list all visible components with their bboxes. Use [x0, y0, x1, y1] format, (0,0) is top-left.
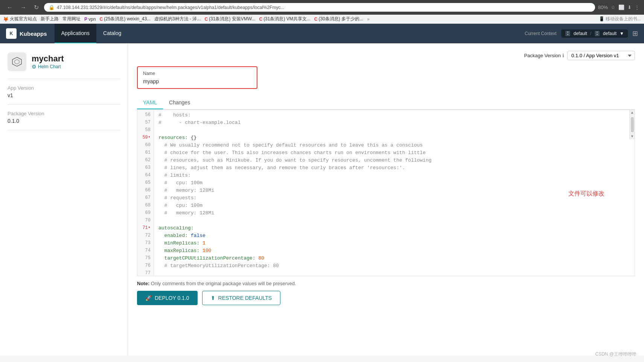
bookmark-6[interactable]: C (31条消息) 安装VMW... [204, 16, 255, 22]
line-num-70: 70 [137, 217, 154, 225]
back-button[interactable]: ← [5, 3, 15, 12]
app-name: mychart [32, 54, 64, 64]
forward-button[interactable]: → [18, 3, 29, 12]
context-values: 🗄️ default / 🗄️ default ▼ [561, 29, 628, 38]
footer-watermark: CSDN @王哗哗哗哗 [595, 351, 636, 356]
yaml-line-66: # memory: 128Mi [158, 187, 629, 194]
line-num-63: 63 [137, 164, 154, 172]
yaml-line-72: enabled: false [158, 232, 629, 240]
extension-icon[interactable]: ⬜ [618, 5, 624, 10]
sidebar: mychart ⚙ Helm Chart App Version v1 Pack… [0, 43, 128, 356]
line-num-67: 67 [137, 194, 154, 202]
line-num-72: 72 [137, 232, 154, 240]
yaml-line-58 [158, 127, 629, 134]
app-title-area: mychart ⚙ Helm Chart [32, 54, 64, 70]
content-area: Package Version ℹ 0.1.0 / App Version v1… [128, 43, 644, 356]
name-input[interactable] [143, 78, 251, 84]
app-icon [8, 52, 26, 71]
svg-marker-0 [12, 57, 21, 66]
note-text: Only comments from the original package … [151, 281, 296, 286]
logo-text: Kubeapps [20, 31, 47, 37]
yaml-line-71: autoscaling: [158, 225, 629, 232]
yaml-line-56: # hosts: [158, 112, 629, 119]
nav-tab-catalog[interactable]: Catalog [96, 24, 128, 43]
scroll-handle[interactable] [631, 117, 634, 132]
reload-button[interactable]: ↻ [32, 3, 41, 12]
bookmark-7[interactable]: C (31条消息) VM共享文... [259, 16, 310, 22]
yaml-line-59: resources: {} [158, 134, 629, 142]
bookmark-8[interactable]: C (30条消息) 多于少的... [314, 16, 363, 22]
yaml-line-69: # memory: 128Mi [158, 209, 629, 217]
note-label: Note: [137, 281, 149, 286]
kubeapps-logo: K [6, 28, 17, 39]
package-version-label: Package Version [8, 111, 120, 116]
bookmark-5[interactable]: 虚拟机的3种方法 - 淖... [154, 16, 201, 22]
context-area: Current Context 🗄️ default / 🗄️ default … [525, 29, 638, 38]
yaml-lines: # hosts:# - chart-example.local resource… [154, 110, 629, 276]
deploy-button[interactable]: 🚀 DEPLOY 0.1.0 [137, 291, 198, 305]
bookmarks-bar: 🦊 火狐官方站点 新手上路 常用网址 P vpn C (25条消息) weixi… [0, 15, 644, 24]
deploy-label: DEPLOY 0.1.0 [155, 295, 189, 301]
scroll-down-arrow[interactable]: ▼ [630, 134, 634, 139]
yaml-line-64: # limits: [158, 172, 629, 179]
yaml-line-74: maxReplicas: 100 [158, 247, 629, 255]
yaml-line-75: targetCPUUtilizationPercentage: 80 [158, 255, 629, 262]
tab-yaml[interactable]: YAML [137, 96, 163, 109]
bookmark-0[interactable]: 🦊 火狐官方站点 [3, 16, 37, 22]
line-num-71: 71• [137, 225, 154, 232]
context-icon2: 🗄️ [594, 31, 600, 36]
info-icon: ℹ [562, 53, 564, 58]
nav-tab-applications[interactable]: Applications [55, 24, 97, 43]
line-num-61: 61 [137, 149, 154, 157]
mobile-bookmark[interactable]: 📱 移动设备上的书... [599, 16, 641, 22]
download-icon[interactable]: ⬇ [627, 5, 632, 10]
bookmark-2[interactable]: 常用网址 [62, 16, 81, 22]
restore-defaults-button[interactable]: ⬆ RESTORE DEFAULTS [202, 291, 281, 305]
name-input-container: Name [137, 66, 257, 89]
helm-badge[interactable]: ⚙ Helm Chart [32, 64, 64, 70]
line-num-73: 73 [137, 240, 154, 247]
context-chevron-icon[interactable]: ▼ [620, 31, 624, 36]
line-num-59: 59• [137, 134, 154, 142]
tab-changes[interactable]: Changes [163, 96, 196, 109]
line-num-75: 75 [137, 255, 154, 262]
package-version-value: 0.1.0 [8, 118, 120, 124]
line-num-77: 77 [137, 270, 154, 276]
app-version-label: App Version [8, 85, 120, 91]
bookmark-3[interactable]: P vpn [84, 17, 96, 22]
star-icon[interactable]: ☆ [611, 5, 615, 10]
url-text: 47.108.144.231:32529/#/c/default/ns/defa… [57, 5, 284, 10]
more-bookmarks-icon[interactable]: » [367, 17, 370, 22]
scroll-up-arrow[interactable]: ▲ [630, 110, 634, 116]
pkg-version-select[interactable]: 0.1.0 / App Version v1 [567, 51, 635, 60]
yaml-line-68: # cpu: 100m [158, 202, 629, 209]
bookmark-icon-0: 🦊 [3, 17, 9, 22]
yaml-line-61: # choice for the user. This also increas… [158, 149, 629, 157]
helm-label: Helm Chart [38, 64, 61, 69]
yaml-line-76: # targetMemoryUtilizationPercentage: 80 [158, 262, 629, 270]
line-num-69: 69 [137, 209, 154, 217]
yaml-line-62: # resources, such as Minikube. If you do… [158, 157, 629, 164]
yaml-line-70 [158, 217, 629, 225]
bookmark-1[interactable]: 新手上路 [41, 16, 59, 22]
bookmark-4[interactable]: C (25条消息) weixin_43... [99, 16, 151, 22]
tabs-bar: YAML Changes [137, 96, 635, 110]
yaml-scrollbar[interactable]: ▲ ▼ [629, 110, 635, 139]
restore-label: RESTORE DEFAULTS [218, 295, 272, 301]
pkg-version-label: Package Version ℹ [524, 53, 564, 58]
sidebar-divider-3 [8, 130, 120, 130]
top-nav: K Kubeapps Applications Catalog Current … [0, 24, 644, 43]
grid-icon[interactable]: ⊞ [632, 29, 638, 38]
browser-actions: 80% ☆ ⬜ ⬇ ⋮ [598, 5, 639, 10]
more-icon[interactable]: ⋮ [635, 5, 639, 10]
yaml-line-60: # We usually recommend not to specify de… [158, 142, 629, 149]
zoom-level: 80% [598, 5, 608, 10]
action-buttons: 🚀 DEPLOY 0.1.0 ⬆ RESTORE DEFAULTS [137, 291, 635, 313]
line-num-60: 60 [137, 142, 154, 149]
url-bar[interactable]: 🔒 47.108.144.231:32529/#/c/default/ns/de… [44, 3, 595, 12]
line-numbers: 56575859•606162636465666768697071•727374… [137, 110, 154, 276]
yaml-line-65: # cpu: 100m [158, 179, 629, 187]
sidebar-divider-2 [8, 104, 120, 105]
logo-area: K Kubeapps [6, 28, 47, 39]
yaml-editor[interactable]: 56575859•606162636465666768697071•727374… [137, 110, 635, 276]
